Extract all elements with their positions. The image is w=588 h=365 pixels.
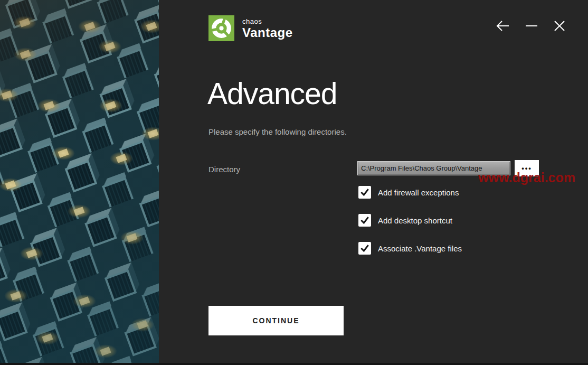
installer-window: chaos Vantage Advanced Please specify th… [0,0,588,365]
minus-icon [524,18,539,36]
checkbox-desktop-shortcut[interactable]: Add desktop shortcut [358,214,452,227]
close-button[interactable] [552,19,567,35]
chaos-logo-icon [208,15,234,41]
minimize-button[interactable] [524,19,539,35]
checkbox-label: Add firewall exceptions [378,188,459,197]
continue-button[interactable]: CONTINUE [208,306,344,335]
checkbox-checked-icon[interactable] [358,186,371,199]
brand-product: Vantage [242,25,293,40]
brand-company: chaos [242,17,293,25]
page-title: Advanced [207,76,337,111]
checkbox-associate-files[interactable]: Associate .Vantage files [358,242,462,255]
directory-input[interactable] [357,161,510,175]
checkbox-checked-icon[interactable] [358,242,371,255]
arrow-left-icon [495,18,511,36]
checkbox-label: Add desktop shortcut [378,216,452,225]
directory-label: Directory [208,165,240,174]
window-bottom-edge [0,363,588,365]
checkbox-label: Associate .Vantage files [378,244,462,253]
checkbox-checked-icon[interactable] [358,214,371,227]
page-subtitle: Please specify the following directories… [208,127,347,136]
brand-text: chaos Vantage [242,17,293,40]
close-icon [552,18,567,36]
hero-image [0,0,159,365]
browse-button[interactable]: ••• [515,160,539,176]
back-button[interactable] [495,19,511,35]
checkbox-firewall-exceptions[interactable]: Add firewall exceptions [358,186,459,199]
